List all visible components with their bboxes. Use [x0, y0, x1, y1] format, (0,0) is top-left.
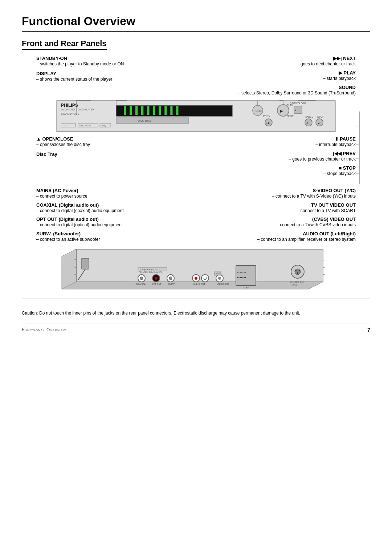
next-label: ▶▶| NEXT [238, 56, 356, 61]
section-title-text: Front and Rear Panels [22, 39, 107, 50]
disc-tray-label: Disc Tray [36, 151, 90, 157]
tv-out-desc: – connect to a TV with SCART [257, 208, 356, 214]
right-bottom-annotations: II PAUSE – interrupts playback |◀◀ PREV … [289, 136, 356, 177]
svg-text:▲: ▲ [294, 109, 297, 112]
pause-annotation: II PAUSE – interrupts playback [289, 136, 356, 148]
subw-desc: – connect to an active subwoofer [36, 236, 124, 243]
svg-text:CVBS: CVBS [215, 272, 220, 275]
page-container: Functional Overview Front and Rear Panel… [0, 0, 392, 555]
page-title: Functional Overview [22, 15, 370, 28]
svg-text:TV OUT: TV OUT [241, 287, 249, 289]
svg-text:NEXT: NEXT [287, 115, 294, 117]
svg-point-67 [204, 277, 207, 280]
svg-point-62 [169, 277, 172, 280]
display-annotation: DISPLAY – shows the current status of th… [36, 71, 124, 82]
svg-text:DISC TRAY: DISC TRAY [138, 119, 151, 122]
open-close-annotation: ▲ OPEN/CLOSE – opens/closes the disc tra… [36, 136, 90, 148]
open-close-desc: – opens/closes the disc tray [36, 142, 90, 148]
play-desc: – starts playback [238, 76, 356, 82]
svg-point-82 [297, 272, 298, 274]
svg-text:COAXIAL: COAXIAL [136, 283, 146, 285]
opt-out-desc: – connect to digital (optical) audio equ… [36, 222, 124, 228]
svg-text:II: II [306, 121, 308, 125]
svg-text:DVD/VIDEO CD/CD PLAYER: DVD/VIDEO CD/CD PLAYER [61, 108, 94, 111]
cvbs-annotation: (CVBS) VIDEO OUT – connect to a TVwith C… [257, 216, 356, 228]
coaxial-label: COAXIAL (Digital audio out) [36, 202, 124, 208]
svg-text:S-VIDEO OUT: S-VIDEO OUT [290, 281, 305, 283]
coaxial-annotation: COAXIAL (Digital audio out) – connect to… [36, 202, 124, 214]
svg-text:|◀: |◀ [266, 121, 270, 125]
open-close-label: ▲ OPEN/CLOSE [36, 136, 90, 142]
play-annotation: ▶ PLAY – starts playback [238, 70, 356, 82]
sound-annotation: SOUND – selects Stereo, Dolby Surround o… [238, 85, 356, 96]
svg-point-59 [155, 277, 158, 280]
coaxial-desc: – connect to digital (coaxial) audio equ… [36, 208, 124, 214]
svg-text:Dolby: Dolby [101, 125, 106, 127]
mains-label: MAINS (AC Power) [36, 188, 124, 193]
svideo-label: S-VIDEO OUT (Y/C) [257, 188, 356, 193]
rear-right-annotations: S-VIDEO OUT (Y/C) – connect to a TV with… [257, 188, 356, 243]
play-label: ▶ PLAY [238, 70, 356, 76]
svg-point-80 [295, 270, 297, 271]
svg-text:PCM·MPEG2·Dolby Digital·DTS: PCM·MPEG2·Dolby Digital·DTS [139, 271, 162, 273]
tv-out-label: TV OUT VIDEO OUT [257, 202, 356, 208]
opt-out-annotation: OPT OUT (Digital audio out) – connect to… [36, 216, 124, 228]
svg-point-70 [218, 277, 221, 280]
page-footer: Functional Overview 7 [22, 324, 370, 333]
stop-desc: – stops playback [289, 171, 356, 177]
standby-label: STANDBY-ON [36, 56, 124, 61]
caution-text: Caution: Do not touch the inner pins of … [22, 310, 370, 316]
svg-text:■: ■ [318, 122, 320, 125]
left-top-annotations: STANDBY-ON – switches the player to Stan… [36, 56, 124, 96]
standby-desc: – switches the player to Standby mode or… [36, 61, 124, 67]
svg-text:VIDEO OUT: VIDEO OUT [217, 283, 229, 285]
svg-rect-5 [116, 118, 189, 123]
rear-device-svg: ~ DIGITAL AUDIO OUT PCM·MPEG2·Dolby Digi… [54, 246, 338, 293]
subw-label: SUBW. (Subwoofer) [36, 231, 124, 236]
svg-text:TruSurround: TruSurround [79, 125, 91, 127]
svg-text:DIGITAL AUDIO OUT: DIGITAL AUDIO OUT [139, 268, 158, 271]
rear-panel-section: MAINS (AC Power) – connect to power sour… [22, 188, 370, 293]
front-device-svg: PHILIPS DVD/VIDEO CD/CD PLAYER STANDBY-O… [54, 99, 338, 133]
svg-text:(Y/C): (Y/C) [292, 284, 297, 286]
front-device-container: PHILIPS DVD/VIDEO CD/CD PLAYER STANDBY-O… [22, 99, 370, 133]
caution-container: Caution: Do not touch the inner pins of … [22, 299, 370, 316]
subw-annotation: SUBW. (Subwoofer) – connect to an active… [36, 231, 124, 243]
svg-point-56 [140, 277, 143, 280]
pause-label: II PAUSE [289, 136, 356, 142]
tv-out-annotation: TV OUT VIDEO OUT – connect to a TV with … [257, 202, 356, 214]
title-divider [22, 31, 370, 32]
prev-annotation: |◀◀ PREV – goes to previous chapter or t… [289, 151, 356, 162]
display-desc: – shows the current status of the player [36, 76, 124, 82]
sound-desc: – selects Stereo, Dolby Surround or 3D S… [238, 90, 356, 96]
cvbs-desc: – connect to a TVwith CVBS video inputs [257, 222, 356, 228]
right-bracket-svg [356, 112, 363, 184]
svg-text:STOP: STOP [317, 116, 324, 118]
stop-label: ■ STOP [289, 165, 356, 171]
svg-text:PAUSE: PAUSE [305, 116, 314, 118]
svg-text:OPT OUT: OPT OUT [152, 283, 162, 285]
stop-annotation: ■ STOP – stops playback [289, 165, 356, 177]
top-annotations-row: STANDBY-ON – switches the player to Stan… [22, 56, 370, 96]
prev-label: |◀◀ PREV [289, 151, 356, 156]
svg-point-65 [195, 277, 197, 280]
svideo-annotation: S-VIDEO OUT (Y/C) – connect to a TV with… [257, 188, 356, 199]
display-label: DISPLAY [36, 71, 124, 76]
prev-desc: – goes to previous chapter or track [289, 156, 356, 162]
rear-device-container: ~ DIGITAL AUDIO OUT PCM·MPEG2·Dolby Digi… [22, 246, 370, 293]
svg-text:~: ~ [79, 273, 81, 275]
footer-page-num: 7 [367, 327, 370, 333]
svg-text:PREV: PREV [263, 115, 270, 117]
svg-rect-74 [236, 266, 256, 285]
opt-out-label: OPT OUT (Digital audio out) [36, 216, 124, 222]
svg-text:▐▐▐▐▐▐▐▐▐▐: ▐▐▐▐▐▐▐▐▐▐ [122, 106, 180, 115]
audio-out-annotation: AUDIO OUT (Left/Right) – connect to an a… [257, 231, 356, 243]
svideo-desc: – connect to a TV with S-Video (Y/C) inp… [257, 193, 356, 199]
left-bottom-annotations: ▲ OPEN/CLOSE – opens/closes the disc tra… [36, 136, 90, 177]
svg-text:SND: SND [256, 109, 262, 113]
svg-text:●●●●●●●: ●●●●●●● [237, 271, 246, 273]
section-title: Front and Rear Panels [22, 39, 370, 56]
cvbs-label: (CVBS) VIDEO OUT [257, 216, 356, 222]
svg-text:DTS: DTS [62, 125, 66, 127]
rear-top-annotations-row: MAINS (AC Power) – connect to power sour… [22, 188, 370, 243]
